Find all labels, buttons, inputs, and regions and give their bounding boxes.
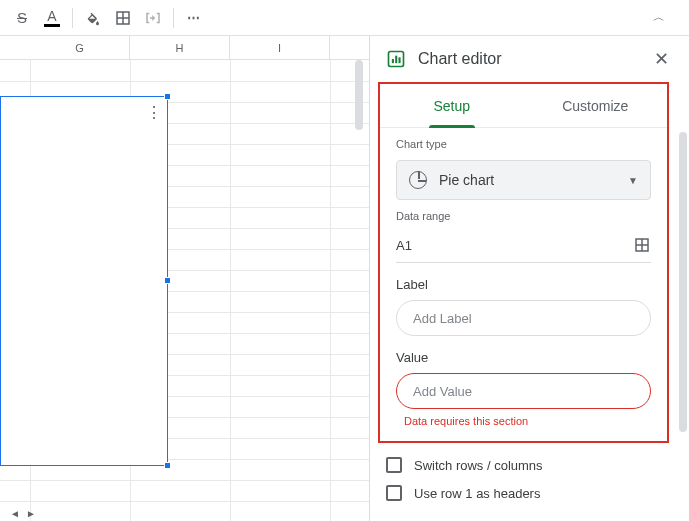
select-range-button[interactable] [633,236,651,254]
chart-icon [386,49,406,69]
chart-type-dropdown[interactable]: Pie chart ▼ [396,160,651,200]
toolbar: S A ⋯ ︿ [0,0,689,36]
horizontal-scroll-controls: ◄ ► [0,507,369,519]
chevron-up-icon: ︿ [653,9,665,26]
svg-rect-1 [392,59,394,63]
checkbox[interactable] [386,485,402,501]
chart-type-value: Pie chart [439,172,616,188]
add-value-button[interactable]: Add Value [396,373,651,409]
value-field-label: Value [396,350,651,365]
column-header[interactable]: H [130,36,230,59]
column-headers: G H I [0,36,369,60]
data-range-input[interactable]: A1 [396,238,633,253]
label-field-label: Label [396,277,651,292]
vertical-scrollbar[interactable] [355,60,363,130]
row1-headers-option[interactable]: Use row 1 as headers [370,479,685,507]
svg-rect-3 [399,57,401,63]
resize-handle[interactable] [164,277,171,284]
checkbox[interactable] [386,457,402,473]
switch-rows-option[interactable]: Switch rows / columns [370,451,685,479]
borders-button[interactable] [109,4,137,32]
grid-icon [633,236,651,254]
panel-body: Setup Customize Chart type Pie chart ▼ D… [370,82,689,521]
value-error-text: Data requires this section [396,415,651,427]
option-label: Switch rows / columns [414,458,543,473]
paint-bucket-icon [84,9,102,27]
close-icon: ✕ [654,49,669,69]
fill-color-button[interactable] [79,4,107,32]
more-button[interactable]: ⋯ [180,4,208,32]
tabs: Setup Customize [380,84,667,128]
embedded-chart[interactable]: ⋮ [0,96,168,466]
spreadsheet-area[interactable]: G H I [0,36,369,521]
merge-cells-button[interactable] [139,4,167,32]
close-button[interactable]: ✕ [649,48,673,70]
column-header[interactable]: I [230,36,330,59]
panel-header: Chart editor ✕ [370,36,689,82]
data-range-label: Data range [396,210,651,222]
svg-rect-2 [395,56,397,64]
chart-editor-panel: Chart editor ✕ Setup Customize Chart typ… [369,36,689,521]
separator [173,8,174,28]
pie-chart-icon [409,171,427,189]
setup-highlight: Setup Customize Chart type Pie chart ▼ D… [378,82,669,443]
strikethrough-button[interactable]: S [8,4,36,32]
panel-title: Chart editor [418,50,637,68]
borders-icon [114,9,132,27]
collapse-toolbar-button[interactable]: ︿ [645,4,673,32]
chart-options-button[interactable]: ⋮ [146,103,161,122]
column-header[interactable]: G [30,36,130,59]
scroll-left-button[interactable]: ◄ [8,508,22,519]
text-color-button[interactable]: A [38,4,66,32]
resize-handle[interactable] [164,93,171,100]
resize-handle[interactable] [164,462,171,469]
option-label: Use row 1 as headers [414,486,540,501]
tab-customize[interactable]: Customize [524,84,668,127]
scroll-right-button[interactable]: ► [24,508,38,519]
tab-setup[interactable]: Setup [380,84,524,127]
separator [72,8,73,28]
more-icon: ⋯ [187,10,202,25]
panel-scrollbar[interactable] [679,132,687,432]
merge-icon [144,9,162,27]
chart-type-label: Chart type [396,138,651,150]
chevron-down-icon: ▼ [628,175,638,186]
add-label-button[interactable]: Add Label [396,300,651,336]
